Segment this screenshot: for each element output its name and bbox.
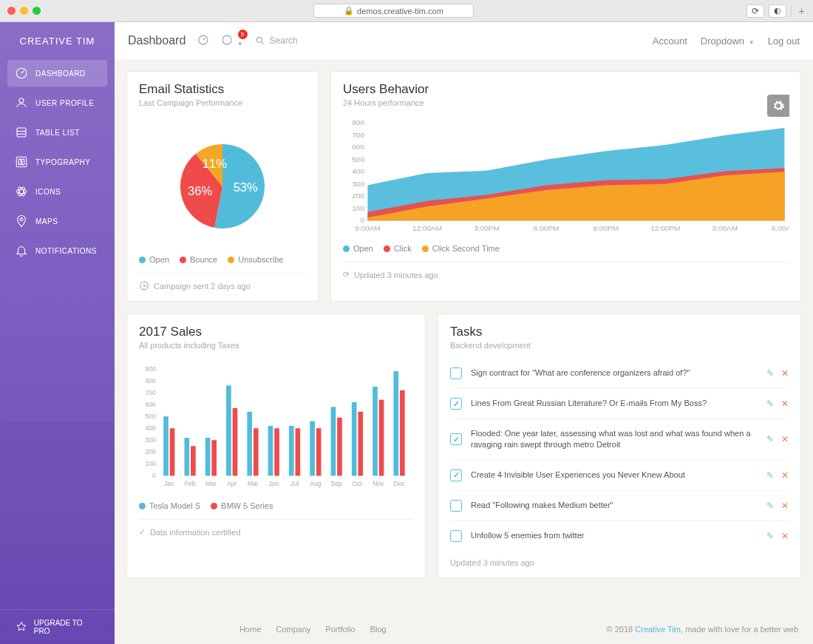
- task-checkbox[interactable]: [450, 530, 462, 542]
- account-link[interactable]: Account: [653, 35, 687, 47]
- svg-rect-61: [268, 426, 273, 475]
- svg-text:300: 300: [352, 180, 364, 187]
- edit-icon[interactable]: ✎: [766, 434, 774, 444]
- edit-icon[interactable]: ✎: [766, 501, 774, 511]
- svg-rect-79: [393, 371, 398, 475]
- edit-icon[interactable]: ✎: [766, 399, 774, 409]
- sidebar-item-dashboard[interactable]: DASHBOARD: [7, 60, 107, 87]
- task-actions: ✎✕: [766, 531, 789, 541]
- sidebar-item-notifications[interactable]: NOTIFICATIONS: [7, 237, 107, 264]
- task-actions: ✎✕: [766, 399, 789, 409]
- task-text: Flooded: One year later, assessing what …: [471, 428, 758, 451]
- delete-icon[interactable]: ✕: [781, 368, 789, 379]
- task-checkbox[interactable]: [450, 500, 462, 512]
- card-subtitle: 24 Hours performance: [343, 98, 789, 107]
- sidebar-item-label: NOTIFICATIONS: [35, 247, 97, 255]
- svg-text:9:00PM: 9:00PM: [593, 226, 619, 232]
- footer-link-portfolio[interactable]: Portfolio: [325, 625, 355, 634]
- svg-text:100: 100: [146, 460, 157, 467]
- svg-rect-62: [274, 428, 279, 475]
- svg-rect-53: [211, 440, 217, 475]
- svg-text:700: 700: [146, 389, 157, 396]
- sidebar-item-icons[interactable]: ICONS: [7, 178, 107, 205]
- legend-bmw: BMW 5 Series: [211, 501, 273, 510]
- task-text: Sign contract for "What are conference o…: [471, 367, 758, 379]
- footer-link-blog[interactable]: Blog: [370, 625, 387, 634]
- stats-icon-button[interactable]: [197, 34, 209, 48]
- card-title: Users Behavior: [343, 82, 789, 97]
- notification-badge: 5: [238, 30, 248, 39]
- pie-chart: 53%36%11%: [139, 116, 306, 248]
- upgrade-to-pro-button[interactable]: UPGRADE TO PRO: [0, 609, 115, 644]
- edit-icon[interactable]: ✎: [766, 470, 774, 481]
- svg-point-11: [20, 218, 23, 221]
- footer-link-company[interactable]: Company: [276, 625, 310, 634]
- dropdown-link[interactable]: Dropdown ▼: [701, 35, 755, 47]
- minimize-window-button[interactable]: [20, 7, 28, 15]
- svg-text:0: 0: [152, 472, 156, 479]
- svg-rect-47: [170, 428, 175, 475]
- svg-text:11%: 11%: [203, 157, 227, 170]
- refresh-button[interactable]: ⟳: [746, 4, 764, 18]
- footer-link-home[interactable]: Home: [239, 625, 261, 634]
- search-input[interactable]: Search: [255, 35, 298, 46]
- legend-click-second: Click Second Time: [422, 244, 500, 253]
- reader-button[interactable]: ◐: [769, 4, 786, 18]
- delete-icon[interactable]: ✕: [781, 531, 789, 541]
- close-window-button[interactable]: [7, 7, 16, 15]
- legend-unsubscribe: Unsubscribe: [228, 255, 283, 264]
- sidebar-item-maps[interactable]: MAPS: [7, 208, 107, 234]
- delete-icon[interactable]: ✕: [781, 501, 789, 511]
- sidebar-item-typography[interactable]: TYPOGRAPHY: [7, 149, 107, 175]
- bar-legend: Tesla Model S BMW 5 Series: [139, 501, 413, 510]
- tasks-footer: Updated 3 minutes ago: [450, 551, 789, 567]
- svg-line-15: [261, 42, 263, 44]
- window-controls: [7, 7, 41, 15]
- topbar-right: Account Dropdown ▼ Log out: [653, 35, 800, 47]
- svg-text:3:00AM: 3:00AM: [712, 226, 738, 232]
- sidebar: CREATIVE TIM DASHBOARD USER PROFILE TABL…: [0, 22, 115, 644]
- edit-icon[interactable]: ✎: [766, 531, 774, 541]
- task-checkbox[interactable]: [450, 433, 462, 445]
- legend-tesla: Tesla Model S: [139, 501, 200, 510]
- svg-text:500: 500: [146, 413, 157, 420]
- edit-icon[interactable]: ✎: [766, 368, 774, 379]
- main: Dashboard 5 ▼ Search Account Dropdown ▼ …: [115, 22, 813, 644]
- footer-creative-tim-link[interactable]: Creative Tim: [635, 625, 681, 634]
- svg-rect-46: [163, 416, 169, 475]
- browser-chrome: 🔒 demos.creative-tim.com ⟳ ◐ +: [0, 0, 813, 22]
- delete-icon[interactable]: ✕: [781, 470, 789, 481]
- task-checkbox[interactable]: [450, 367, 462, 379]
- svg-rect-74: [358, 412, 363, 476]
- sidebar-item-table-list[interactable]: TABLE LIST: [7, 119, 107, 146]
- task-checkbox[interactable]: [450, 470, 462, 481]
- logout-link[interactable]: Log out: [768, 35, 800, 47]
- url-bar: 🔒 demos.creative-tim.com: [45, 4, 742, 18]
- brand-logo[interactable]: CREATIVE TIM: [0, 22, 115, 60]
- sidebar-item-user-profile[interactable]: USER PROFILE: [7, 89, 107, 116]
- url-input[interactable]: 🔒 demos.creative-tim.com: [313, 4, 474, 18]
- area-chart: 01002003004005006007008009:00AM12:00AM3:…: [343, 116, 789, 234]
- footer-copyright: © 2018 Creative Tim, made with love for …: [607, 625, 798, 634]
- delete-icon[interactable]: ✕: [781, 399, 789, 409]
- delete-icon[interactable]: ✕: [781, 434, 789, 444]
- maximize-window-button[interactable]: [33, 7, 41, 15]
- svg-text:Mar: Mar: [205, 480, 217, 487]
- svg-text:9:00AM: 9:00AM: [355, 226, 381, 232]
- svg-text:100: 100: [352, 205, 364, 211]
- svg-text:200: 200: [352, 193, 364, 200]
- svg-text:800: 800: [352, 120, 364, 126]
- task-row: Read "Following makes Medium better"✎✕: [450, 491, 789, 521]
- task-checkbox[interactable]: [450, 398, 462, 410]
- new-tab-button[interactable]: +: [791, 5, 806, 17]
- svg-rect-56: [233, 408, 238, 476]
- settings-fab[interactable]: [767, 95, 789, 117]
- card-sales: 2017 Sales All products including Taxes …: [126, 313, 426, 578]
- svg-text:500: 500: [352, 156, 364, 163]
- svg-point-1: [19, 98, 24, 103]
- svg-rect-80: [400, 390, 405, 476]
- atom-icon: [15, 185, 28, 198]
- svg-text:Apr: Apr: [227, 480, 237, 487]
- clock-icon: 🕓: [139, 281, 149, 291]
- notifications-icon-button[interactable]: 5 ▼: [221, 34, 242, 48]
